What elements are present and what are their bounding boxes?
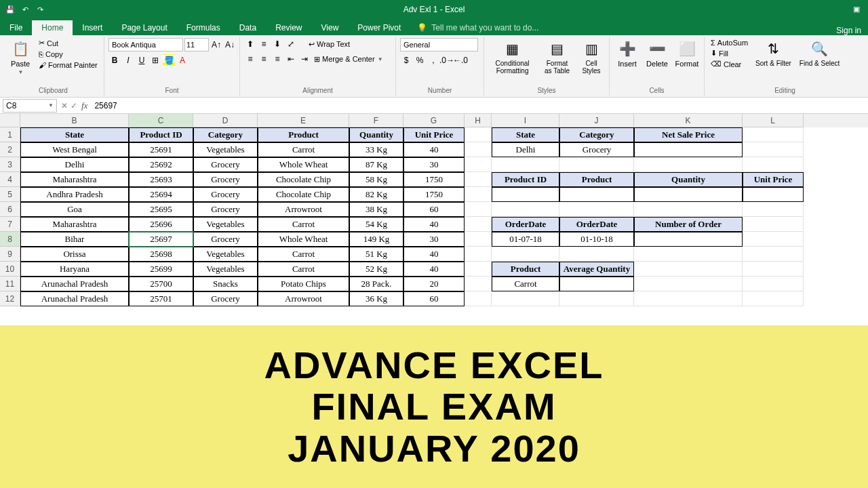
cell-K10[interactable] [634, 262, 743, 277]
cell-L12[interactable] [743, 291, 804, 306]
col-header-E[interactable]: E [258, 114, 349, 127]
delete-cells-button[interactable]: ➖Delete [644, 38, 671, 69]
cell-G8[interactable]: 30 [403, 232, 465, 247]
col-header-H[interactable]: H [465, 114, 492, 127]
align-middle-icon[interactable]: ≡ [258, 38, 270, 50]
cell-F8[interactable]: 149 Kg [349, 232, 403, 247]
cell-L4[interactable]: Unit Price [743, 172, 804, 187]
fx-icon[interactable]: fx [81, 100, 87, 111]
sign-in-link[interactable]: Sign in [836, 26, 861, 35]
cell-I8[interactable]: 01-07-18 [492, 232, 559, 247]
find-select-button[interactable]: 🔍Find & Select [797, 38, 842, 68]
cell-F2[interactable]: 33 Kg [349, 142, 403, 157]
cell-H7[interactable] [465, 217, 492, 232]
cell-K9[interactable] [634, 247, 743, 262]
cell-G9[interactable]: 40 [403, 247, 465, 262]
enter-icon[interactable]: ✓ [71, 101, 77, 110]
cell-I4[interactable]: Product ID [492, 172, 559, 187]
cell-L3[interactable] [743, 157, 804, 172]
cell-D8[interactable]: Grocery [193, 232, 258, 247]
cell-I9[interactable] [492, 247, 559, 262]
cell-D2[interactable]: Vegetables [193, 142, 258, 157]
bold-button[interactable]: B [108, 54, 121, 66]
col-header-I[interactable]: I [492, 114, 559, 127]
cell-J3[interactable] [559, 157, 634, 172]
cell-F1[interactable]: Quantity [349, 127, 403, 142]
cell-L7[interactable] [743, 217, 804, 232]
cell-C11[interactable]: 25700 [129, 277, 193, 291]
row-header-6[interactable]: 6 [0, 202, 20, 217]
save-icon[interactable]: 💾 [4, 3, 16, 16]
fill-button[interactable]: ⬇Fill [709, 48, 750, 58]
tab-power-pivot[interactable]: Power Pivot [348, 20, 410, 35]
number-format-select[interactable] [400, 38, 478, 52]
cell-G3[interactable]: 30 [403, 157, 465, 172]
cell-E9[interactable]: Carrot [258, 247, 349, 262]
row-header-1[interactable]: 1 [0, 127, 20, 142]
col-header-B[interactable]: B [20, 114, 129, 127]
cell-I6[interactable] [492, 202, 559, 217]
col-header-J[interactable]: J [559, 114, 634, 127]
cell-H11[interactable] [465, 277, 492, 291]
merge-center-button[interactable]: ⊞Merge & Center▼ [312, 54, 385, 64]
cell-H4[interactable] [465, 172, 492, 187]
cell-B5[interactable]: Andhra Pradesh [20, 187, 129, 202]
tab-view[interactable]: View [312, 20, 349, 35]
cell-E2[interactable]: Carrot [258, 142, 349, 157]
cell-F10[interactable]: 52 Kg [349, 262, 403, 277]
cell-J7[interactable]: OrderDate [559, 217, 634, 232]
cell-E1[interactable]: Product [258, 127, 349, 142]
cell-C7[interactable]: 25696 [129, 217, 193, 232]
tab-formulas[interactable]: Formulas [177, 20, 230, 35]
underline-button[interactable]: U [136, 54, 148, 66]
cell-G10[interactable]: 40 [403, 262, 465, 277]
cell-K2[interactable] [634, 142, 743, 157]
row-header-2[interactable]: 2 [0, 142, 20, 157]
cell-G7[interactable]: 40 [403, 217, 465, 232]
cell-G1[interactable]: Unit Price [403, 127, 465, 142]
cell-F7[interactable]: 54 Kg [349, 217, 403, 232]
cell-L5[interactable] [743, 187, 804, 202]
cell-B12[interactable]: Arunachal Pradesh [20, 291, 129, 306]
cell-D5[interactable]: Grocery [193, 187, 258, 202]
cell-K7[interactable]: Number of Order [634, 217, 743, 232]
cell-E12[interactable]: Arrowroot [258, 291, 349, 306]
cell-H8[interactable] [465, 232, 492, 247]
cell-K8[interactable] [634, 232, 743, 247]
cell-J12[interactable] [559, 291, 634, 306]
cell-J5[interactable] [559, 187, 634, 202]
decrease-indent-icon[interactable]: ⇤ [285, 53, 297, 65]
cell-E6[interactable]: Arrowroot [258, 202, 349, 217]
cell-B1[interactable]: State [20, 127, 129, 142]
clear-button[interactable]: ⌫Clear [709, 59, 750, 69]
align-bottom-icon[interactable]: ⬇ [271, 38, 283, 50]
autosum-button[interactable]: ΣAutoSum [709, 38, 750, 47]
cell-D7[interactable]: Vegetables [193, 217, 258, 232]
cell-F6[interactable]: 38 Kg [349, 202, 403, 217]
align-top-icon[interactable]: ⬆ [244, 38, 256, 50]
decrease-font-icon[interactable]: A↓ [224, 39, 236, 51]
cell-I2[interactable]: Delhi [492, 142, 559, 157]
cell-C1[interactable]: Product ID [129, 127, 193, 142]
cell-E5[interactable]: Chocolate Chip [258, 187, 349, 202]
cell-K1[interactable]: Net Sale Price [634, 127, 743, 142]
row-header-3[interactable]: 3 [0, 157, 20, 172]
format-cells-button[interactable]: ⬜Format [673, 38, 701, 69]
paste-button[interactable]: 📋Paste▼ [7, 38, 34, 77]
cell-H3[interactable] [465, 157, 492, 172]
col-header-K[interactable]: K [634, 114, 743, 127]
cell-E8[interactable]: Whole Wheat [258, 232, 349, 247]
wrap-text-button[interactable]: ↩Wrap Text [307, 39, 352, 49]
cell-E7[interactable]: Carrot [258, 217, 349, 232]
comma-icon[interactable]: , [427, 54, 439, 66]
align-left-icon[interactable]: ≡ [244, 53, 256, 65]
cell-B4[interactable]: Maharashtra [20, 172, 129, 187]
cell-I1[interactable]: State [492, 127, 559, 142]
cell-K12[interactable] [634, 291, 743, 306]
cell-D9[interactable]: Vegetables [193, 247, 258, 262]
cell-styles-button[interactable]: ▥Cell Styles [578, 38, 605, 76]
cell-L9[interactable] [743, 247, 804, 262]
cell-J4[interactable]: Product [559, 172, 634, 187]
cell-I3[interactable] [492, 157, 559, 172]
decrease-decimal-icon[interactable]: ←.0 [454, 54, 467, 66]
